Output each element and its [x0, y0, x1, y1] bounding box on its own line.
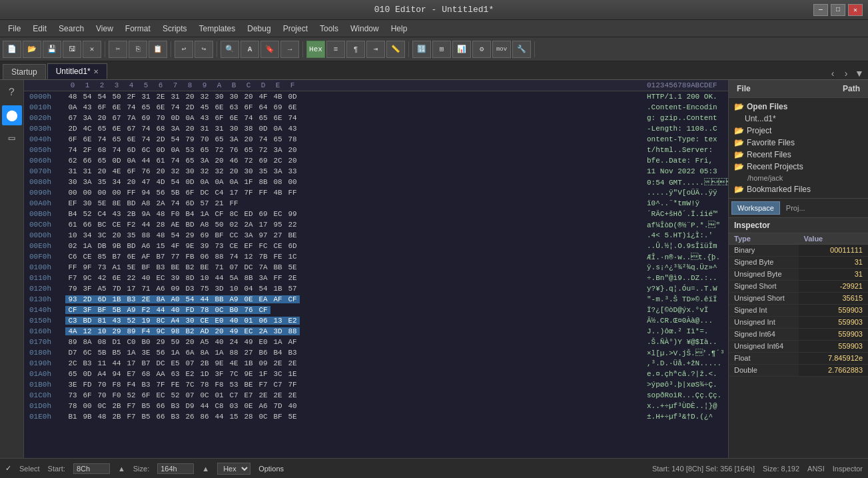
hex-byte[interactable]: 44 — [153, 306, 168, 314]
hex-byte[interactable]: 70 — [95, 391, 109, 399]
hex-byte[interactable]: 03 — [226, 402, 241, 410]
hex-byte[interactable]: 66 — [80, 221, 95, 229]
hex-byte[interactable]: 08 — [95, 338, 109, 346]
hex-byte[interactable]: FF — [124, 189, 139, 197]
hex-byte[interactable]: 10 — [226, 285, 241, 293]
hex-byte[interactable]: 35 — [124, 231, 139, 239]
hex-byte[interactable]: 52 — [124, 391, 139, 399]
hex-byte[interactable]: 43 — [80, 103, 95, 111]
hex-byte[interactable]: 43 — [285, 125, 300, 133]
hex-byte[interactable]: 74 — [168, 103, 183, 111]
hex-byte[interactable]: B4 — [183, 210, 197, 218]
hex-byte[interactable]: 2C — [270, 157, 285, 165]
hex-byte[interactable]: 0A — [226, 178, 241, 186]
hex-byte[interactable]: 8E — [109, 199, 124, 207]
hex-byte[interactable]: B7 — [139, 359, 153, 367]
hex-byte[interactable]: 0A — [270, 125, 285, 133]
hex-byte[interactable]: 65 — [256, 114, 270, 122]
hex-byte[interactable]: 20 — [241, 135, 256, 143]
hex-byte[interactable]: 74 — [226, 253, 241, 261]
hex-byte[interactable]: 50 — [212, 221, 226, 229]
hex-byte[interactable]: 13 — [270, 317, 285, 325]
hex-byte[interactable]: 89 — [65, 338, 80, 346]
hex-byte[interactable]: 2C — [65, 359, 80, 367]
hex-byte[interactable]: 65 — [109, 135, 124, 143]
hex-byte[interactable]: 49 — [226, 327, 241, 335]
hex-byte[interactable]: 0A — [65, 103, 80, 111]
hex-byte[interactable]: 44 — [212, 413, 226, 421]
hex-byte[interactable]: 68 — [153, 125, 168, 133]
hex-byte[interactable]: B7 — [109, 253, 124, 261]
hex-byte[interactable]: F0 — [109, 391, 124, 399]
hex-byte[interactable]: CF — [256, 306, 270, 314]
hex-byte[interactable]: B3 — [168, 402, 183, 410]
hex-byte[interactable]: 27 — [270, 231, 285, 239]
tab-untitled1[interactable]: Untitled1* ✕ — [47, 63, 107, 79]
hex-byte[interactable]: 2E — [285, 391, 300, 399]
hex-byte[interactable]: 00 — [95, 189, 109, 197]
options-btn[interactable]: Options — [258, 465, 284, 473]
hex-byte[interactable]: 0C — [197, 391, 212, 399]
hex-byte[interactable]: 1F — [256, 370, 270, 378]
hex-byte[interactable]: 7D — [109, 285, 124, 293]
hex-byte[interactable]: DC — [197, 189, 212, 197]
hex-byte[interactable]: 6F — [95, 103, 109, 111]
hex-byte[interactable]: 30 — [226, 125, 241, 133]
hex-byte[interactable]: 57 — [285, 285, 300, 293]
hex-byte[interactable]: D7 — [65, 349, 80, 357]
menu-edit[interactable]: Edit — [27, 23, 52, 35]
hex-byte[interactable]: CE — [109, 221, 124, 229]
hex-byte[interactable]: 8B — [241, 274, 256, 282]
hex-mode-btn[interactable]: Hex — [306, 41, 325, 58]
hex-byte[interactable]: 3F — [80, 306, 95, 314]
hex-byte[interactable]: 10 — [95, 327, 109, 335]
hex-byte[interactable]: 6D — [285, 242, 300, 250]
hex-byte[interactable]: 31 — [197, 125, 212, 133]
hex-byte[interactable]: 0E — [241, 295, 256, 303]
hex-byte[interactable]: 88 — [212, 253, 226, 261]
hex-byte[interactable]: B3 — [124, 295, 139, 303]
hex-byte[interactable]: FD — [80, 381, 95, 389]
hex-byte[interactable]: 54 — [183, 295, 197, 303]
hex-byte[interactable]: 78 — [285, 135, 300, 143]
find-button[interactable]: 🔍 — [220, 41, 239, 58]
hex-byte[interactable]: E2 — [285, 317, 300, 325]
hex-byte[interactable]: C7 — [226, 391, 241, 399]
hex-byte[interactable]: BF — [270, 413, 285, 421]
hex-byte[interactable]: 63 — [226, 103, 241, 111]
hex-byte[interactable]: 09 — [168, 285, 183, 293]
hex-byte[interactable]: 30 — [183, 167, 197, 175]
hex-byte[interactable]: 02 — [226, 221, 241, 229]
hex-byte[interactable]: B2 — [183, 327, 197, 335]
hex-byte[interactable]: 33 — [285, 167, 300, 175]
hex-byte[interactable]: CF — [285, 295, 300, 303]
hex-byte[interactable]: 08 — [270, 178, 285, 186]
hex-byte[interactable]: 5E — [285, 263, 300, 271]
hex-byte[interactable]: 4C — [80, 125, 95, 133]
hex-byte[interactable]: 12 — [241, 253, 256, 261]
hex-byte[interactable]: 52 — [80, 210, 95, 218]
hex-byte[interactable]: B3 — [153, 263, 168, 271]
hex-content[interactable]: 0000h485454502F312E3120323030204F4B0DHTT… — [24, 91, 728, 458]
hex-byte[interactable]: 7A — [256, 263, 270, 271]
hex-byte[interactable]: 3A — [241, 231, 256, 239]
bookmarked-files-section[interactable]: 📂 Bookmarked Files — [729, 183, 868, 195]
hex-byte[interactable]: 81 — [95, 317, 109, 325]
hex-byte[interactable]: E2 — [183, 370, 197, 378]
hex-byte[interactable]: 00 — [285, 178, 300, 186]
hex-byte[interactable]: 01 — [241, 317, 256, 325]
hex-byte[interactable]: AA — [153, 370, 168, 378]
hex-byte[interactable]: 9A — [139, 210, 153, 218]
tab-menu-button[interactable]: ▼ — [853, 67, 865, 79]
hex-byte[interactable]: 40 — [168, 306, 183, 314]
hex-byte[interactable]: 20 — [109, 231, 124, 239]
hex-byte[interactable]: 74 — [256, 135, 270, 143]
hex-byte[interactable]: A6 — [256, 402, 270, 410]
hex-byte[interactable]: 2A — [256, 327, 270, 335]
hex-byte[interactable]: BE — [285, 231, 300, 239]
hex-byte[interactable]: 07 — [183, 359, 197, 367]
hex-byte[interactable]: 31 — [80, 167, 95, 175]
hex-byte[interactable]: CE — [80, 253, 95, 261]
hex-byte[interactable]: 0E — [241, 402, 256, 410]
hex-byte[interactable]: 6F — [139, 391, 153, 399]
